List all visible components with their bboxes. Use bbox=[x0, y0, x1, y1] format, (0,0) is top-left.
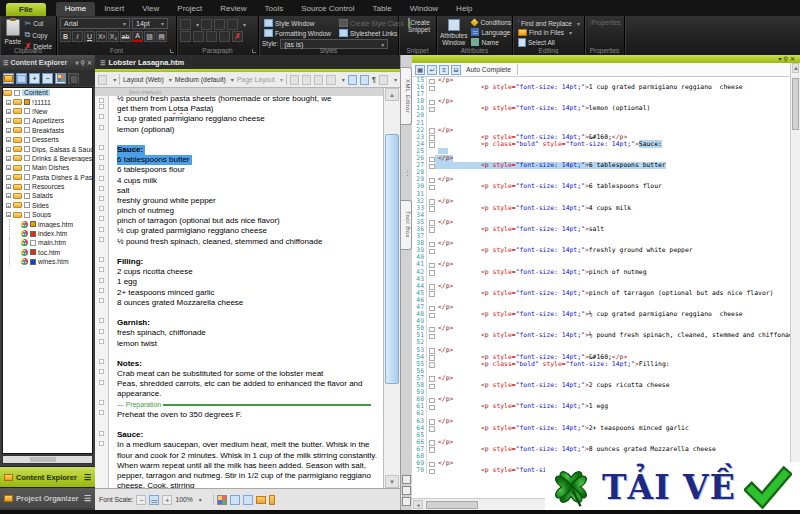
tree-item-new[interactable]: +!New bbox=[3, 107, 92, 116]
scroll-left-icon[interactable]: ◂ bbox=[413, 500, 423, 509]
tree-item-index-htm[interactable]: index.htm bbox=[3, 229, 92, 238]
code-line-48[interactable]: 48<p style="font-size: 14pt;">½ cup grat… bbox=[412, 311, 790, 318]
formatting-window-button[interactable]: Formatting Window bbox=[262, 28, 333, 38]
tree-item-drinks-beverages[interactable]: +Drinks & Beverages bbox=[3, 154, 92, 163]
design-line[interactable]: pinch of nutmeg bbox=[117, 206, 377, 216]
strikethrough-button[interactable]: ab bbox=[120, 31, 131, 42]
pane-button-2[interactable] bbox=[402, 486, 411, 495]
code-line-16[interactable]: 16<p style="font-size: 14pt;">1 cup grat… bbox=[412, 84, 790, 91]
pane-button-1[interactable] bbox=[402, 475, 411, 484]
name-button[interactable]: Name bbox=[469, 37, 513, 47]
code-line-67[interactable]: 67<p style="font-size: 14pt;">8 ounces g… bbox=[412, 446, 790, 453]
code-line-64[interactable]: 64<p style="font-size: 14pt;">2+ teaspoo… bbox=[412, 425, 790, 432]
attributes-window-button[interactable]: Attributes Window bbox=[440, 18, 467, 47]
scroll-up-icon[interactable]: ▲ bbox=[792, 63, 799, 73]
design-vscrollbar[interactable]: ▲ ▼ bbox=[383, 88, 400, 488]
create-style-class-button[interactable]: Create Style Class bbox=[337, 18, 406, 28]
design-tool-2-icon[interactable] bbox=[302, 75, 311, 85]
clear-format-button[interactable]: ▤ bbox=[156, 31, 167, 42]
create-snippet-button[interactable]: Create Snippet bbox=[402, 18, 436, 33]
code-view-icon[interactable]: ▦ bbox=[415, 65, 425, 75]
tree-item-salads[interactable]: +Salads bbox=[3, 191, 92, 200]
code-line-19[interactable]: 19<p style="font-size: 14pt;">lemon (opt… bbox=[412, 105, 790, 112]
splitter-handle[interactable]: ⋮⋮ bbox=[404, 171, 409, 185]
code-line-21[interactable]: 21 bbox=[412, 120, 790, 127]
scroll-down-icon[interactable]: ▼ bbox=[385, 475, 399, 488]
design-line[interactable]: 8 ounces grated Mozzarella cheese bbox=[117, 298, 377, 308]
tree-item-toc-htm[interactable]: toc.htm bbox=[3, 248, 92, 257]
design-tool-4-icon[interactable] bbox=[326, 75, 335, 85]
ribbon-tab-view[interactable]: View bbox=[133, 2, 168, 16]
tree-item-content[interactable]: Content bbox=[3, 88, 92, 97]
code-line-17[interactable]: 17 bbox=[412, 91, 790, 98]
design-line[interactable]: Crab meat can be substituted for some of… bbox=[117, 369, 377, 379]
code-line-43[interactable]: 43 bbox=[412, 276, 790, 283]
blockquote-button[interactable] bbox=[227, 19, 238, 30]
collapse-all-button[interactable]: − bbox=[42, 73, 53, 84]
document-tab[interactable]: ☰ Lobster Lasagna.htm bbox=[95, 55, 400, 69]
design-line[interactable]: Filling: bbox=[117, 257, 377, 267]
expand-all-button[interactable]: + bbox=[29, 73, 40, 84]
design-line[interactable]: Sauce: bbox=[117, 145, 377, 155]
code-vscrollbar[interactable]: ▲ ▼ bbox=[790, 63, 800, 498]
design-line[interactable]: Preheat the oven to 350 degrees F. bbox=[117, 410, 377, 420]
code-line-20[interactable]: 20 bbox=[412, 112, 790, 119]
font-scale-reset-button[interactable]: ▭ bbox=[149, 495, 159, 505]
tree-item-11111[interactable]: +!11111 bbox=[3, 97, 92, 106]
line-numbers-icon[interactable]: ≡ bbox=[439, 65, 449, 75]
panel-menu-icon[interactable]: ☰ bbox=[3, 59, 8, 66]
design-scroll-thumb[interactable] bbox=[385, 134, 399, 384]
highlight-button[interactable]: ▨ bbox=[144, 31, 155, 42]
code-line-51[interactable]: 51<p style="font-size: 14pt;">½ pound fr… bbox=[412, 332, 790, 339]
ribbon-tab-source-control[interactable]: Source Control bbox=[292, 2, 363, 16]
code-line-31[interactable]: 31 bbox=[412, 191, 790, 198]
design-line[interactable]: lemon (optional) bbox=[117, 125, 377, 135]
code-line-42[interactable]: 42<p style="font-size: 14pt;">pinch of n… bbox=[412, 269, 790, 276]
font-dialog-launcher[interactable] bbox=[170, 49, 174, 53]
font-size-select[interactable]: 14pt▾ bbox=[132, 18, 168, 29]
code-line-28[interactable]: 28 bbox=[412, 169, 790, 176]
download-label[interactable]: TẢI VỀ bbox=[602, 468, 736, 507]
code-line-34[interactable]: 34 bbox=[412, 212, 790, 219]
design-line[interactable]: 2+ teaspoons minced garlic bbox=[117, 288, 377, 298]
bold-button[interactable]: B bbox=[60, 31, 71, 42]
single-column-view-icon[interactable] bbox=[348, 75, 357, 85]
indent-increase-button[interactable] bbox=[214, 19, 225, 30]
design-tool-1-icon[interactable] bbox=[290, 75, 299, 85]
code-line-30[interactable]: 30<p style="font-size: 14pt;">6 tablespo… bbox=[412, 183, 790, 190]
design-line[interactable]: fresh spinach, chiffonade bbox=[117, 328, 377, 338]
tree-item-pasta-dishes-pasta[interactable]: +Pasta Dishes & Pasta bbox=[3, 173, 92, 182]
subscript-button[interactable]: X₂ bbox=[108, 31, 119, 42]
tree-item-resources[interactable]: +Resources bbox=[3, 182, 92, 191]
design-tool-3-icon[interactable] bbox=[314, 75, 323, 85]
paragraph-dialog-launcher[interactable] bbox=[252, 49, 256, 53]
design-blank-line[interactable] bbox=[117, 135, 377, 145]
font-scale-dropdown-icon[interactable]: ▾ bbox=[199, 496, 202, 503]
tab-tool-box[interactable]: Tool Box bbox=[401, 200, 412, 250]
new-folder-button[interactable] bbox=[3, 73, 14, 84]
code-line-62[interactable]: 62 bbox=[412, 410, 790, 417]
design-line[interactable]: freshly ground white pepper bbox=[117, 196, 377, 206]
ribbon-tab-help[interactable]: Help bbox=[447, 2, 481, 16]
code-line-24[interactable]: 24<p class="bold" style="font-size: 14pt… bbox=[412, 141, 790, 148]
design-line[interactable]: Sauce: bbox=[117, 430, 377, 440]
tree-item-wines-htm[interactable]: wines.htm bbox=[3, 257, 92, 266]
conditions-button[interactable]: Conditions bbox=[469, 18, 513, 27]
code-line-49[interactable]: 49 bbox=[412, 318, 790, 325]
code-line-68[interactable]: 68 bbox=[412, 453, 790, 460]
code-line-45[interactable]: 45<p style="font-size: 14pt;">pinch of t… bbox=[412, 290, 790, 297]
outline-icon[interactable]: ⊟ bbox=[451, 65, 461, 75]
tree-item-main-htm[interactable]: main.htm bbox=[3, 238, 92, 247]
panel-dropdown-icon[interactable]: ▾ bbox=[76, 59, 79, 66]
code-line-58[interactable]: 58<p style="font-size: 14pt;">2 cups ric… bbox=[412, 382, 790, 389]
design-page[interactable]: ½ pound fresh pasta sheets (homemade or … bbox=[109, 96, 383, 488]
tab-project-organizer[interactable]: Project Organizer ☰ bbox=[0, 487, 95, 508]
design-line[interactable]: In a medium saucepan, over medium heat, … bbox=[117, 440, 377, 488]
language-button[interactable]: ⚏Language bbox=[469, 27, 513, 37]
align-justify-button[interactable] bbox=[219, 31, 230, 42]
guide-icon[interactable] bbox=[269, 495, 275, 505]
split-view-icon[interactable] bbox=[360, 75, 369, 85]
code-line-36[interactable]: 36<p style="font-size: 14pt;">salt bbox=[412, 226, 790, 233]
tree-item-images-htm[interactable]: images.htm bbox=[3, 219, 92, 228]
magic-tool-icon[interactable] bbox=[379, 75, 388, 85]
